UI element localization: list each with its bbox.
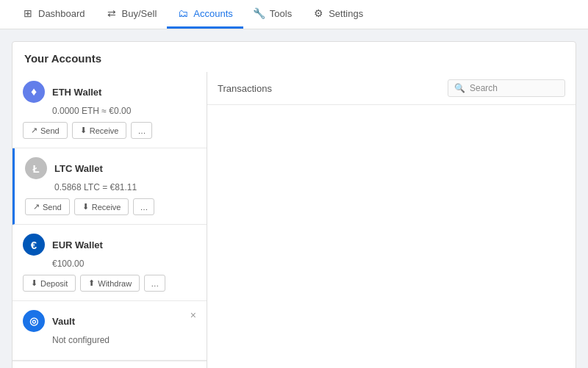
nav-buysell-label: Buy/Sell (122, 8, 157, 19)
transactions-title: Transactions (218, 83, 272, 94)
search-box[interactable]: 🔍 Search (448, 79, 565, 97)
eur-name: EUR Wallet (52, 239, 103, 250)
new-account-button[interactable]: + New Account (12, 361, 207, 368)
transactions-header: Transactions 🔍 Search (207, 72, 576, 105)
nav-dashboard[interactable]: ⊞ Dashboard (12, 0, 96, 29)
vault-close-button[interactable]: × (190, 310, 196, 320)
send-icon: ↗ (33, 202, 40, 212)
eth-more-button[interactable]: … (131, 122, 152, 139)
ltc-send-button[interactable]: ↗ Send (25, 198, 70, 215)
eth-balance: 0.0000 ETH ≈ €0.00 (52, 106, 196, 116)
nav-tools-label: Tools (270, 8, 292, 19)
accounts-icon: 🗂 (177, 7, 189, 19)
receive-icon: ⬇ (82, 202, 89, 212)
nav-settings-label: Settings (329, 8, 363, 19)
account-item-ltc: Ł LTC Wallet 0.5868 LTC = €81.11 ↗ Send … (12, 148, 207, 225)
ltc-receive-button[interactable]: ⬇ Receive (74, 198, 129, 215)
eur-header: € EUR Wallet (23, 234, 196, 256)
eth-send-button[interactable]: ↗ Send (23, 122, 68, 139)
eth-actions: ↗ Send ⬇ Receive … (23, 122, 196, 139)
search-placeholder: Search (470, 83, 498, 93)
transactions-panel: Transactions 🔍 Search (207, 72, 576, 368)
vault-avatar: ◎ (23, 310, 45, 332)
eur-more-button[interactable]: … (144, 275, 165, 292)
ltc-header: Ł LTC Wallet (25, 157, 196, 179)
account-item-vault: ◎ Vault × Not configured (12, 301, 207, 361)
nav-accounts[interactable]: 🗂 Accounts (167, 0, 243, 29)
account-item-eth: ♦ ETH Wallet 0.0000 ETH ≈ €0.00 ↗ Send ⬇… (12, 72, 207, 148)
nav-settings[interactable]: ⚙ Settings (302, 0, 373, 29)
send-icon: ↗ (31, 126, 37, 135)
deposit-icon: ⬇ (31, 278, 37, 288)
eur-avatar: € (23, 234, 45, 256)
ltc-more-button[interactable]: … (133, 198, 154, 215)
account-item-eur: € EUR Wallet €100.00 ⬇ Deposit ⬆ Withdra… (12, 225, 207, 301)
eur-actions: ⬇ Deposit ⬆ Withdraw … (23, 275, 196, 292)
nav-buysell[interactable]: ⇄ Buy/Sell (96, 0, 168, 29)
accounts-layout: ♦ ETH Wallet 0.0000 ETH ≈ €0.00 ↗ Send ⬇… (12, 72, 576, 368)
eur-balance: €100.00 (52, 259, 196, 269)
eth-header: ♦ ETH Wallet (23, 81, 196, 103)
eth-receive-button[interactable]: ⬇ Receive (72, 122, 127, 139)
receive-icon: ⬇ (80, 126, 87, 135)
nav-dashboard-label: Dashboard (38, 8, 85, 19)
accounts-panel: Your Accounts ♦ ETH Wallet 0.0000 ETH ≈ … (12, 41, 576, 368)
vault-header: ◎ Vault × (23, 310, 196, 335)
vault-status: Not configured (52, 335, 196, 345)
dashboard-icon: ⊞ (22, 7, 34, 19)
vault-name: Vault (52, 316, 75, 327)
eth-name: ETH Wallet (52, 87, 101, 98)
top-navigation: ⊞ Dashboard ⇄ Buy/Sell 🗂 Accounts 🔧 Tool… (0, 0, 588, 29)
ltc-name: LTC Wallet (54, 163, 103, 174)
main-content: Your Accounts ♦ ETH Wallet 0.0000 ETH ≈ … (0, 29, 588, 368)
settings-icon: ⚙ (312, 7, 324, 19)
search-icon: 🔍 (454, 83, 465, 93)
tools-icon: 🔧 (254, 7, 265, 19)
vault-name-row: ◎ Vault (23, 310, 75, 332)
nav-tools[interactable]: 🔧 Tools (243, 0, 302, 29)
eth-avatar: ♦ (23, 81, 45, 103)
transactions-body (207, 105, 576, 368)
ltc-balance: 0.5868 LTC = €81.11 (54, 182, 196, 192)
withdraw-icon: ⬆ (88, 278, 95, 288)
page-title: Your Accounts (12, 42, 576, 72)
nav-accounts-label: Accounts (193, 8, 232, 19)
accounts-list: ♦ ETH Wallet 0.0000 ETH ≈ €0.00 ↗ Send ⬇… (12, 72, 207, 368)
eur-withdraw-button[interactable]: ⬆ Withdraw (80, 275, 140, 292)
buysell-icon: ⇄ (106, 7, 118, 19)
ltc-avatar: Ł (25, 157, 47, 179)
eur-deposit-button[interactable]: ⬇ Deposit (23, 275, 76, 292)
ltc-actions: ↗ Send ⬇ Receive … (25, 198, 196, 215)
